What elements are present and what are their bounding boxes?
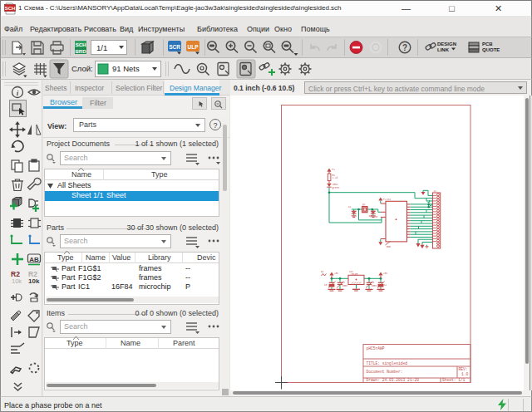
- svg-text:LED1: LED1: [332, 184, 338, 186]
- svg-text:4p7: 4p7: [369, 215, 373, 218]
- svg-text:GND: GND: [387, 246, 391, 248]
- svg-text:DESIGN: DESIGN: [437, 42, 456, 47]
- svg-text:QUOTE: QUOTE: [482, 47, 500, 52]
- svg-text:16V: 16V: [374, 216, 378, 218]
- svg-text:P+: P+: [332, 169, 336, 171]
- svg-text:BRD: BRD: [76, 49, 87, 54]
- svg-text:LINK: LINK: [437, 47, 450, 52]
- svg-text:1/1: 1/1: [96, 43, 107, 52]
- svg-text:78L05: 78L05: [351, 273, 358, 276]
- svg-text:+5V: +5V: [334, 272, 338, 275]
- svg-text:10k: 10k: [28, 277, 40, 285]
- svg-text:ULP: ULP: [188, 44, 200, 50]
- svg-text:PCB: PCB: [482, 42, 493, 47]
- svg-text:SCR: SCR: [169, 44, 180, 50]
- svg-text:C2: C2: [342, 282, 346, 284]
- svg-text:SCH: SCH: [76, 42, 86, 47]
- svg-text:REV:: REV:: [459, 367, 468, 371]
- svg-text:Sheet: 1/1: Sheet: 1/1: [442, 378, 466, 382]
- svg-text:SCH: SCH: [5, 6, 16, 11]
- svg-text:2.2k: 2.2k: [332, 176, 338, 179]
- svg-text:C4: C4: [384, 284, 387, 287]
- svg-text:+5V: +5V: [383, 272, 387, 275]
- svg-text:91 Nets: 91 Nets: [112, 64, 140, 73]
- svg-text:Q1: Q1: [362, 204, 366, 206]
- svg-text:IC1: IC1: [387, 199, 392, 201]
- svg-text:i: i: [17, 89, 19, 97]
- svg-text:C3: C3: [372, 282, 375, 284]
- svg-text:100n: 100n: [372, 285, 377, 287]
- svg-text:?: ?: [402, 43, 407, 52]
- svg-text:P+: P+: [383, 199, 387, 201]
- svg-text:C5: C5: [324, 284, 328, 287]
- svg-text:9V: 9V: [321, 271, 324, 273]
- svg-text:pHC5rAWP: pHC5rAWP: [367, 346, 385, 351]
- svg-text:100n: 100n: [342, 285, 348, 287]
- svg-text:Drawn: 24.03.2013 21:20: Drawn: 24.03.2013 21:20: [367, 378, 420, 382]
- svg-text:green: green: [332, 187, 340, 189]
- svg-text:X1: X1: [434, 190, 437, 193]
- svg-text:TITLE: singlesided: TITLE: singlesided: [367, 361, 408, 365]
- svg-text:10k: 10k: [12, 277, 22, 285]
- svg-text:1.0: 1.0: [461, 372, 469, 376]
- svg-text:Document Number:: Document Number:: [367, 370, 403, 374]
- svg-text:Слой:: Слой:: [71, 64, 93, 73]
- svg-text:C1: C1: [348, 206, 352, 208]
- svg-text:AB: AB: [29, 256, 39, 263]
